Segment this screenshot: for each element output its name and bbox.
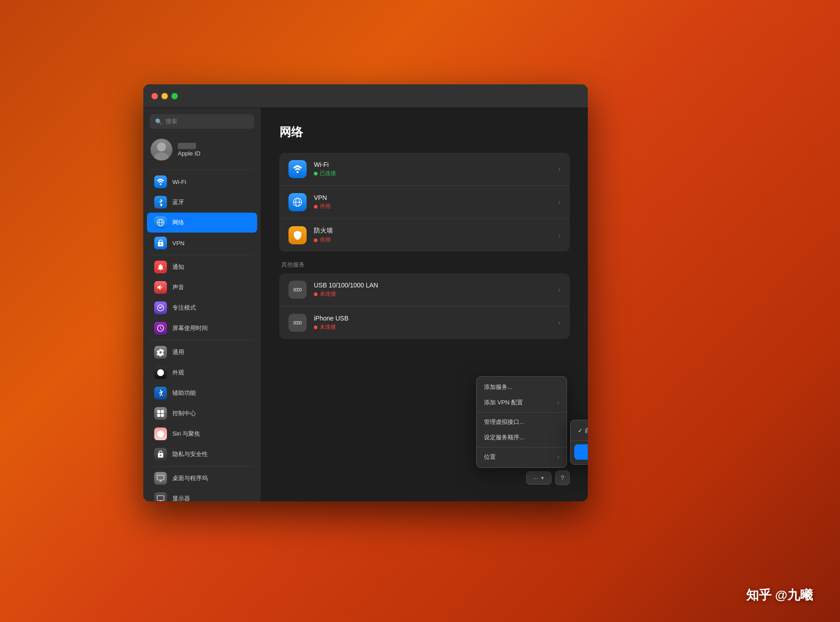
- maximize-button[interactable]: [171, 93, 178, 99]
- location-arrow-icon: ›: [557, 454, 559, 460]
- submenu-item-auto[interactable]: ✓ 自动: [571, 423, 588, 438]
- sidebar-label-screentime: 屏幕使用时间: [172, 324, 208, 332]
- firewall-item-name: 防火墙: [314, 227, 558, 235]
- help-label: ?: [561, 474, 564, 481]
- avatar-image: [151, 139, 172, 160]
- sidebar-label-general: 通用: [172, 348, 184, 356]
- sound-icon: [154, 281, 167, 294]
- menu-item-set-order[interactable]: 设定服务顺序...: [477, 430, 567, 445]
- svg-rect-13: [157, 496, 164, 501]
- sidebar-label-siri: Siri 与聚焦: [172, 430, 200, 438]
- menu-item-manage-virtual[interactable]: 管理虚拟接口...: [477, 414, 567, 430]
- submenu-divider: [571, 440, 588, 441]
- iphone-usb-item-icon: [288, 314, 307, 332]
- sidebar-item-controlcenter[interactable]: 控制中心: [147, 403, 257, 423]
- wifi-chevron-icon: ›: [558, 165, 561, 173]
- sidebar-item-sound[interactable]: 声音: [147, 277, 257, 297]
- network-item-usb-lan[interactable]: USB 10/100/1000 LAN 未连接 ›: [279, 273, 570, 306]
- network-item-wifi[interactable]: Wi-Fi 已连接 ›: [279, 153, 570, 186]
- sidebar-label-bluetooth: 蓝牙: [172, 198, 184, 206]
- usb-lan-status-dot: [314, 292, 317, 296]
- sidebar-label-sound: 声音: [172, 283, 184, 292]
- iphone-usb-item-status: 未连接: [314, 323, 558, 331]
- iphone-usb-status-dot: [314, 326, 317, 329]
- set-order-label: 设定服务顺序...: [484, 433, 524, 442]
- network-icon: [154, 216, 167, 229]
- search-box[interactable]: 🔍 搜索: [150, 114, 254, 129]
- help-button[interactable]: ?: [555, 471, 570, 485]
- location-submenu: ✓ 自动 编辑位置...: [570, 420, 588, 465]
- network-item-firewall[interactable]: 防火墙 停用 ›: [279, 219, 570, 252]
- firewall-item-status: 停用: [314, 236, 558, 244]
- menu-item-add-vpn[interactable]: 添加 VPN 配置 ›: [477, 395, 567, 410]
- sidebar: 🔍 搜索 Apple ID: [143, 108, 261, 501]
- notifications-icon: [154, 261, 167, 273]
- sidebar-label-appearance: 外观: [172, 369, 184, 377]
- main-content: 网络 Wi-Fi: [261, 108, 588, 501]
- more-chevron-icon: ▼: [540, 476, 545, 481]
- general-icon: [154, 346, 167, 359]
- sidebar-item-bluetooth[interactable]: 蓝牙: [147, 192, 257, 212]
- controlcenter-icon: [154, 407, 167, 420]
- other-services-label: 其他服务: [279, 261, 570, 269]
- svg-rect-9: [161, 410, 164, 413]
- usb-lan-status-text: 未连接: [320, 290, 336, 298]
- usb-lan-item-icon: [288, 281, 307, 299]
- wifi-icon: [154, 175, 167, 188]
- appearance-icon: [154, 366, 167, 379]
- sidebar-label-accessibility: 辅助功能: [172, 389, 196, 397]
- vpn-icon: [154, 237, 167, 249]
- sidebar-label-privacy: 隐私与安全性: [172, 450, 208, 458]
- sidebar-item-accessibility[interactable]: 辅助功能: [147, 383, 257, 403]
- traffic-lights: [151, 93, 178, 99]
- desktop-icon: [154, 472, 167, 485]
- firewall-item-info: 防火墙 停用: [314, 227, 558, 244]
- add-vpn-arrow-icon: ›: [557, 399, 559, 406]
- menu-item-add-service[interactable]: 添加服务...: [477, 379, 567, 395]
- sidebar-item-vpn[interactable]: VPN: [147, 233, 257, 253]
- minimize-button[interactable]: [161, 93, 168, 99]
- sidebar-item-privacy[interactable]: 隐私与安全性: [147, 444, 257, 464]
- wifi-status-text: 已连接: [320, 170, 336, 177]
- siri-icon: [154, 428, 167, 440]
- menu-item-location[interactable]: 位置 › ✓ 自动 编辑位置...: [477, 449, 567, 465]
- sidebar-item-notifications[interactable]: 通知: [147, 257, 257, 277]
- more-button[interactable]: ··· ▼: [526, 471, 552, 485]
- sidebar-item-network[interactable]: 网络: [147, 213, 257, 233]
- wifi-status-dot: [314, 172, 317, 175]
- close-button[interactable]: [151, 93, 158, 99]
- usb-lan-item-info: USB 10/100/1000 LAN 未连接: [314, 282, 558, 298]
- sidebar-item-wifi[interactable]: Wi-Fi: [147, 172, 257, 192]
- manage-virtual-label: 管理虚拟接口...: [484, 418, 524, 426]
- network-item-vpn[interactable]: VPN 停用 ›: [279, 186, 570, 219]
- sidebar-item-display[interactable]: 显示器: [147, 489, 257, 501]
- avatar: [151, 139, 172, 160]
- sidebar-divider-3: [151, 340, 254, 340]
- profile-id-badge: [178, 143, 196, 149]
- network-item-iphone-usb[interactable]: iPhone USB 未连接 ›: [279, 306, 570, 339]
- profile-section[interactable]: Apple ID: [143, 135, 261, 168]
- network-section-card: Wi-Fi 已连接 ›: [279, 153, 570, 252]
- wifi-item-status: 已连接: [314, 170, 558, 177]
- sidebar-item-desktop[interactable]: 桌面与程序坞: [147, 468, 257, 488]
- sidebar-label-notifications: 通知: [172, 263, 184, 271]
- sidebar-item-screentime[interactable]: 屏幕使用时间: [147, 318, 257, 338]
- vpn-item-icon: [288, 193, 307, 211]
- svg-rect-23: [295, 322, 296, 323]
- sidebar-item-general[interactable]: 通用: [147, 342, 257, 362]
- bottom-toolbar: ··· ▼ ?: [526, 471, 570, 485]
- sidebar-label-wifi: Wi-Fi: [172, 179, 186, 185]
- sidebar-item-siri[interactable]: Siri 与聚焦: [147, 424, 257, 444]
- context-menu: 添加服务... 添加 VPN 配置 › 管理虚拟接口... 设定服务顺序... …: [476, 376, 567, 468]
- sidebar-item-appearance[interactable]: 外观: [147, 363, 257, 383]
- accessibility-icon: [154, 387, 167, 399]
- svg-rect-10: [157, 414, 161, 417]
- firewall-chevron-icon: ›: [558, 231, 561, 239]
- edit-location-button[interactable]: 编辑位置...: [574, 444, 588, 460]
- svg-rect-21: [299, 289, 300, 290]
- sidebar-item-focus[interactable]: 专注模式: [147, 298, 257, 318]
- add-service-label: 添加服务...: [484, 383, 513, 391]
- usb-lan-chevron-icon: ›: [558, 286, 561, 294]
- sidebar-label-controlcenter: 控制中心: [172, 409, 196, 418]
- vpn-item-name: VPN: [314, 194, 558, 201]
